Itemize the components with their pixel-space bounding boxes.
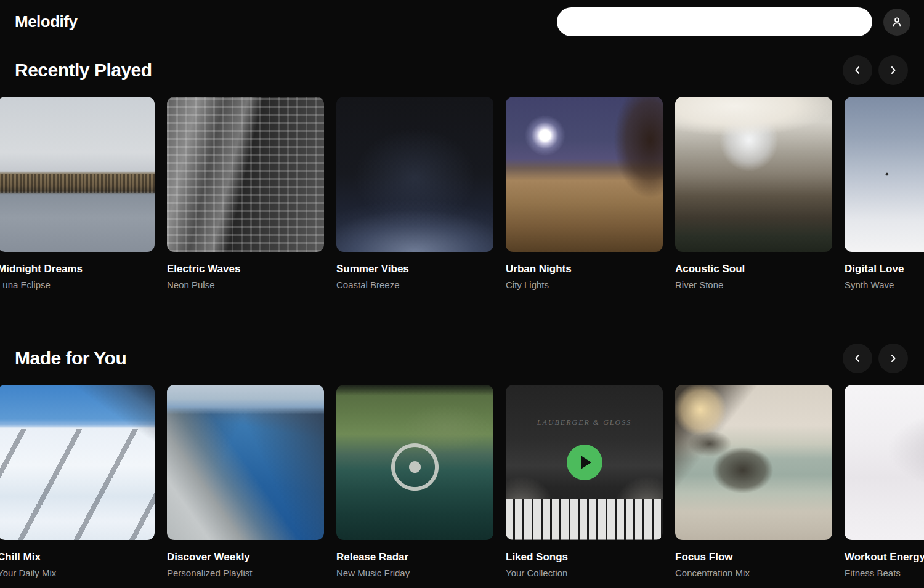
card-subtitle: Fitness Beats: [845, 568, 924, 579]
card-subtitle: Coastal Breeze: [336, 280, 493, 291]
card-title: Workout Energy: [845, 550, 924, 563]
card-subtitle: River Stone: [675, 280, 832, 291]
chevron-left-icon: [851, 64, 864, 76]
album-art: [506, 97, 663, 252]
card-title: Chill Mix: [0, 550, 155, 563]
playlist-card-summer-vibes[interactable]: Summer Vibes Coastal Breeze: [336, 97, 493, 291]
card-title: Midnight Dreams: [0, 262, 155, 275]
album-art: [167, 385, 324, 540]
playlist-card-urban-nights[interactable]: Urban Nights City Lights: [506, 97, 663, 291]
carousel-nav: [843, 55, 908, 85]
playlist-card-discover-weekly[interactable]: Discover Weekly Personalized Playlist: [167, 385, 324, 579]
chevron-left-icon: [851, 352, 864, 364]
album-art: [0, 97, 155, 252]
playlist-card-acoustic-soul[interactable]: Acoustic Soul River Stone: [675, 97, 832, 291]
piano-brand-text: LAUBERGER & GLOSS: [506, 418, 663, 427]
card-subtitle: Your Collection: [506, 568, 663, 579]
card-subtitle: Neon Pulse: [167, 280, 324, 291]
card-subtitle: Synth Wave: [845, 280, 924, 291]
card-subtitle: Your Daily Mix: [0, 568, 155, 579]
user-profile-button[interactable]: [883, 9, 910, 36]
album-art: [675, 385, 832, 540]
playlist-card-liked-songs[interactable]: LAUBERGER & GLOSS Liked Songs Your Colle…: [506, 385, 663, 579]
section-made-for-you: Made for You Chill Mix Your Daily Mix Di…: [0, 332, 924, 579]
album-art: [675, 97, 832, 252]
album-art: [845, 385, 924, 540]
playlist-card-electric-waves[interactable]: Electric Waves Neon Pulse: [167, 97, 324, 291]
card-title: Liked Songs: [506, 550, 663, 563]
carousel-next-button[interactable]: [878, 344, 908, 373]
user-icon: [890, 15, 904, 29]
album-art: [167, 97, 324, 252]
card-title: Urban Nights: [506, 262, 663, 275]
carousel-next-button[interactable]: [878, 55, 908, 85]
playlist-card-midnight-dreams[interactable]: Midnight Dreams Luna Eclipse: [0, 97, 155, 291]
card-subtitle: New Music Friday: [336, 568, 493, 579]
playlist-card-digital-love[interactable]: Digital Love Synth Wave: [845, 97, 924, 291]
section-title: Recently Played: [15, 59, 152, 81]
section-recently-played: Recently Played Midnight Dreams Luna Ecl…: [0, 44, 924, 291]
playlist-card-focus-flow[interactable]: Focus Flow Concentration Mix: [675, 385, 832, 579]
card-row-recently-played: Midnight Dreams Luna Eclipse Electric Wa…: [0, 97, 924, 291]
album-art: [845, 97, 924, 252]
main-content: Recently Played Midnight Dreams Luna Ecl…: [0, 44, 924, 579]
section-title: Made for You: [15, 347, 126, 369]
card-subtitle: Luna Eclipse: [0, 280, 155, 291]
search-input[interactable]: [557, 7, 872, 36]
play-button[interactable]: [567, 445, 602, 480]
album-art: [0, 385, 155, 540]
album-art: [336, 97, 493, 252]
play-icon: [581, 456, 591, 469]
card-title: Focus Flow: [675, 550, 832, 563]
app-logo: Melodify: [15, 12, 77, 31]
card-title: Discover Weekly: [167, 550, 324, 563]
card-title: Electric Waves: [167, 262, 324, 275]
carousel-prev-button[interactable]: [843, 55, 872, 85]
playlist-card-workout-energy[interactable]: Workout Energy Fitness Beats: [845, 385, 924, 579]
carousel-prev-button[interactable]: [843, 344, 872, 373]
card-title: Acoustic Soul: [675, 262, 832, 275]
card-subtitle: City Lights: [506, 280, 663, 291]
chevron-right-icon: [887, 352, 899, 364]
card-subtitle: Personalized Playlist: [167, 568, 324, 579]
card-row-made-for-you: Chill Mix Your Daily Mix Discover Weekly…: [0, 385, 924, 579]
app-header: Melodify: [0, 0, 924, 44]
card-title: Release Radar: [336, 550, 493, 563]
playlist-card-release-radar[interactable]: Release Radar New Music Friday: [336, 385, 493, 579]
playlist-card-chill-mix[interactable]: Chill Mix Your Daily Mix: [0, 385, 155, 579]
album-art: [336, 385, 493, 540]
chevron-right-icon: [887, 64, 899, 76]
album-art: LAUBERGER & GLOSS: [506, 385, 663, 540]
card-title: Summer Vibes: [336, 262, 493, 275]
card-subtitle: Concentration Mix: [675, 568, 832, 579]
carousel-nav: [843, 344, 908, 373]
section-head: Recently Played: [0, 44, 924, 85]
section-head: Made for You: [0, 332, 924, 373]
card-title: Digital Love: [845, 262, 924, 275]
